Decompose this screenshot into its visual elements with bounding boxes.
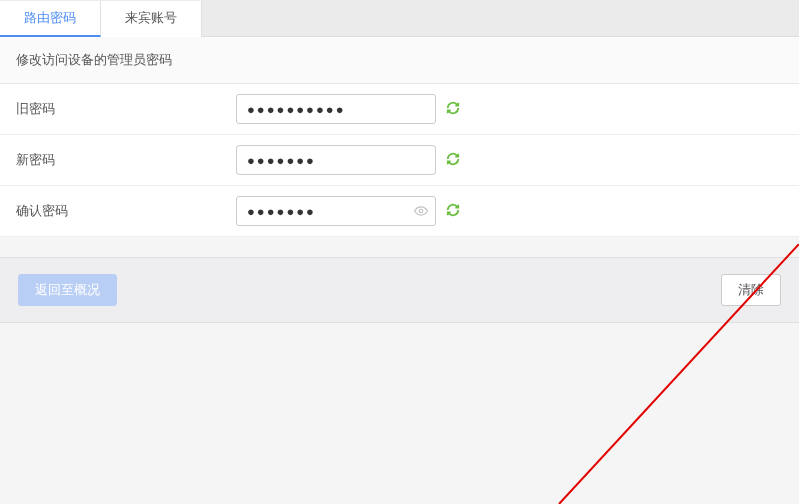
button-bar: 返回至概况 清除 (0, 257, 799, 323)
label-new-password: 新密码 (16, 151, 236, 169)
row-old-password: 旧密码 (0, 84, 799, 135)
tab-router-password[interactable]: 路由密码 (0, 1, 101, 37)
clear-button[interactable]: 清除 (721, 274, 781, 306)
row-confirm-password: 确认密码 (0, 186, 799, 237)
input-new-password[interactable] (236, 145, 436, 175)
row-new-password: 新密码 (0, 135, 799, 186)
refresh-icon[interactable] (436, 152, 460, 169)
back-button[interactable]: 返回至概况 (18, 274, 117, 306)
section-description: 修改访问设备的管理员密码 (0, 37, 799, 84)
tab-guest-account[interactable]: 来宾账号 (101, 1, 202, 37)
tab-bar: 路由密码 来宾账号 (0, 0, 799, 37)
svg-point-0 (419, 209, 423, 213)
input-confirm-password[interactable] (236, 196, 436, 226)
refresh-icon[interactable] (436, 203, 460, 220)
refresh-icon[interactable] (436, 101, 460, 118)
label-confirm-password: 确认密码 (16, 202, 236, 220)
input-old-password[interactable] (236, 94, 436, 124)
label-old-password: 旧密码 (16, 100, 236, 118)
